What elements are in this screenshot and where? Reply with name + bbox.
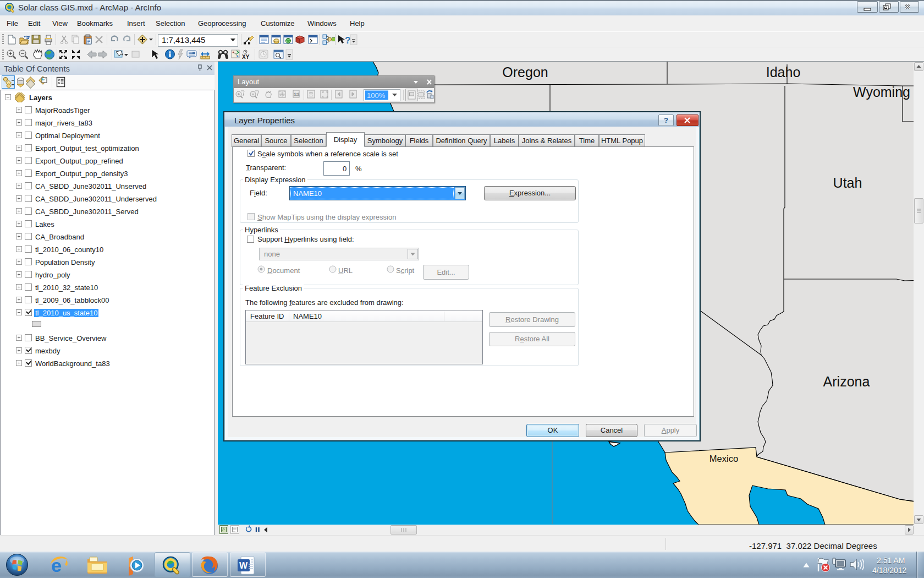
svg-text:1:1: 1:1: [294, 92, 300, 96]
svg-text:1:7,413,445: 1:7,413,445: [162, 35, 205, 45]
svg-text:XY: XY: [242, 54, 250, 60]
svg-text:Utah: Utah: [833, 175, 862, 190]
svg-text:Mexico: Mexico: [710, 454, 738, 464]
svg-text:Oregon: Oregon: [502, 64, 548, 80]
svg-text:Wyoming: Wyoming: [853, 84, 910, 100]
svg-text:?: ?: [345, 35, 350, 46]
svg-text:Arizona: Arizona: [823, 374, 870, 389]
svg-text:100%: 100%: [367, 91, 386, 100]
svg-text:Idaho: Idaho: [766, 64, 801, 80]
svg-text:W: W: [239, 561, 248, 570]
